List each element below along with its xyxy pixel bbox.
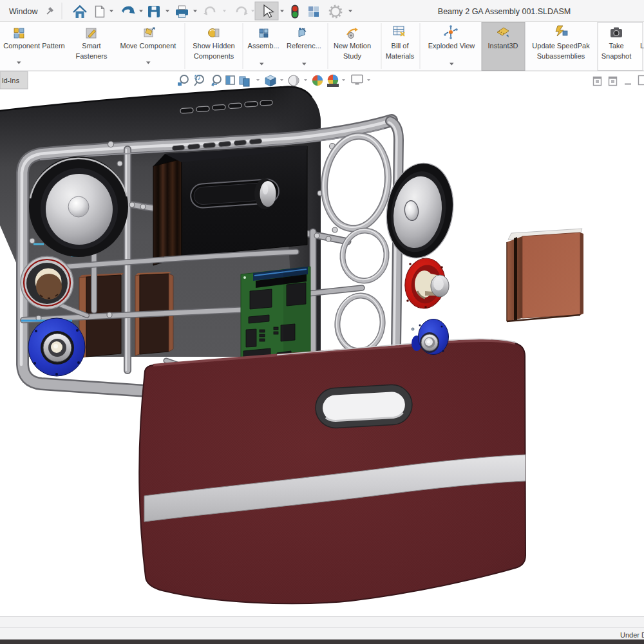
- svg-text:Move Component: Move Component: [120, 42, 176, 50]
- svg-text:Assemb...: Assemb...: [248, 42, 279, 50]
- svg-text:New Motion: New Motion: [334, 42, 371, 50]
- svg-text:Window: Window: [9, 7, 38, 16]
- svg-text:Component Pattern: Component Pattern: [3, 42, 64, 50]
- svg-text:Snapshot: Snapshot: [601, 52, 631, 60]
- svg-text:Subassemblies: Subassemblies: [537, 52, 585, 60]
- svg-text:Update SpeedPak: Update SpeedPak: [532, 42, 590, 50]
- svg-text:Show Hidden: Show Hidden: [193, 42, 234, 50]
- svg-text:Instant3D: Instant3D: [488, 42, 518, 50]
- svg-text:Bill of: Bill of: [392, 42, 410, 50]
- svg-text:L: L: [640, 42, 644, 50]
- svg-text:Materials: Materials: [386, 52, 415, 60]
- svg-text:Under Defin: Under Defin: [620, 631, 644, 639]
- svg-text:ld-Ins: ld-Ins: [2, 77, 19, 84]
- svg-text:Fasteners: Fasteners: [76, 52, 108, 60]
- svg-text:Smart: Smart: [82, 42, 100, 50]
- svg-text:Beamy 2 GA Assembly 001.SLDASM: Beamy 2 GA Assembly 001.SLDASM: [438, 7, 571, 16]
- svg-text:Referenc...: Referenc...: [287, 42, 321, 50]
- svg-text:Components: Components: [194, 52, 234, 60]
- svg-text:Study: Study: [343, 52, 362, 60]
- svg-text:Take: Take: [609, 42, 623, 50]
- svg-text:Exploded View: Exploded View: [428, 42, 475, 50]
